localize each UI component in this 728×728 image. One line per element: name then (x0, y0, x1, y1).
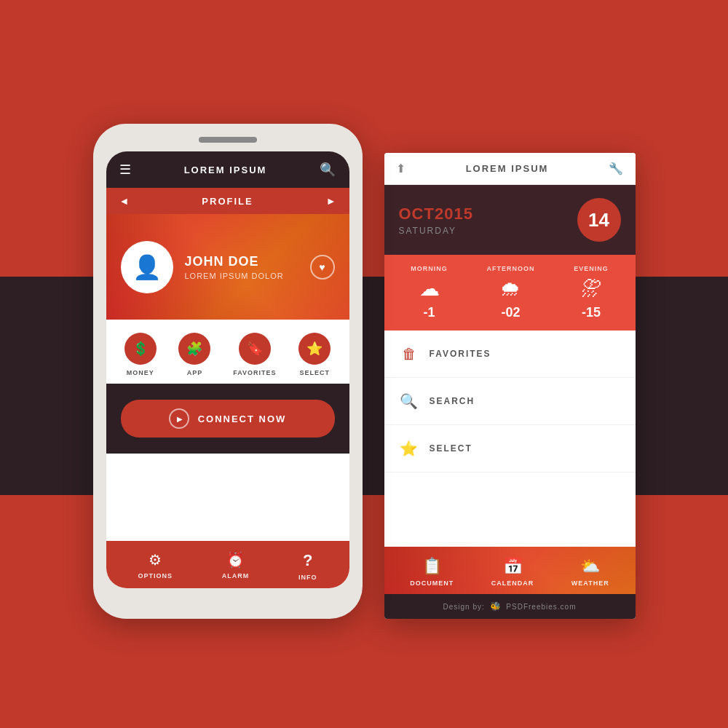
phone1-header-title: LOREM IPSUM (184, 165, 267, 175)
trash-icon: 🗑 (402, 346, 416, 363)
alarm-icon: ⏰ (226, 551, 245, 569)
connect-section: ▶ CONNECT NOW (106, 384, 349, 454)
heart-icon: ♥ (319, 261, 325, 273)
avatar: 👤 (121, 241, 173, 293)
person-icon: 👤 (132, 253, 162, 281)
search-icon[interactable]: 🔍 (320, 162, 336, 178)
evening-temp: -15 (582, 305, 601, 320)
nav-info-label: INFO (298, 574, 317, 581)
tab-weather[interactable]: ⛅ WEATHER (571, 557, 609, 587)
morning-label: MORNING (411, 265, 448, 272)
play-icon: ▶ (177, 415, 183, 423)
share-icon[interactable]: ⬆ (396, 162, 405, 175)
morning-temp: -1 (424, 305, 435, 320)
nav-options-label: OPTIONS (138, 572, 173, 579)
tab-document[interactable]: 📋 DOCUMENT (410, 557, 454, 587)
select-icon-circle: ⭐ (298, 333, 331, 365)
star-icon-box: ⭐ (396, 435, 422, 462)
footer-text: Design by: 🐝 PSDFreebies.com (443, 601, 577, 612)
footer-design-by: Design by: (443, 603, 485, 611)
phone1-bottom-nav: ⚙ OPTIONS ⏰ ALARM ? INFO (106, 541, 349, 588)
document-icon: 📋 (422, 557, 442, 576)
connect-now-button[interactable]: ▶ CONNECT NOW (121, 400, 335, 438)
wrench-icon[interactable]: 🔧 (609, 162, 623, 175)
afternoon-label: AFTERNOON (486, 265, 534, 272)
date-info: OCT2015 SATURDAY (399, 205, 473, 236)
calendar-icon: 📅 (503, 557, 523, 576)
right-arrow-icon[interactable]: ► (326, 195, 336, 207)
action-select[interactable]: ⭐ SELECT (298, 333, 331, 376)
search-icon: 🔍 (400, 392, 418, 410)
action-money[interactable]: 💲 MONEY (124, 333, 157, 376)
day-number: 14 (577, 198, 621, 242)
profile-subtitle: LOREM IPSUM DOLOR (185, 272, 310, 280)
action-app-label: APP (187, 369, 203, 376)
p2-footer: Design by: 🐝 PSDFreebies.com (384, 594, 636, 619)
p2-bottom-tabs: 📋 DOCUMENT 📅 CALENDAR ⛅ WEATHER (384, 547, 636, 594)
heart-button[interactable]: ♥ (310, 255, 335, 280)
p2-date-section: OCT2015 SATURDAY 14 (384, 185, 636, 255)
star-icon: ⭐ (306, 341, 323, 357)
storm-icon: ⛈ (581, 277, 601, 301)
tab-document-label: DOCUMENT (410, 579, 454, 587)
nav-info[interactable]: ? INFO (298, 551, 317, 581)
tab-weather-label: WEATHER (571, 579, 609, 587)
p2-header: ⬆ LOREM IPSUM 🔧 (384, 153, 636, 185)
trash-icon-box: 🗑 (396, 341, 422, 367)
money-icon-circle: 💲 (124, 333, 157, 365)
phone2: ⬆ LOREM IPSUM 🔧 OCT2015 SATURDAY 14 MORN… (384, 153, 636, 619)
rain-icon: 🌧 (500, 277, 521, 301)
info-icon: ? (303, 551, 312, 570)
menu-search[interactable]: 🔍 SEARCH (384, 378, 636, 425)
p2-menu: 🗑 FAVORITES 🔍 SEARCH ⭐ SELECT (384, 331, 636, 472)
nav-alarm[interactable]: ⏰ ALARM (222, 551, 250, 581)
menu-favorites[interactable]: 🗑 FAVORITES (384, 331, 636, 378)
phone1: ☰ LOREM IPSUM 🔍 ◄ PROFILE ► 👤 JOHN DOE L… (93, 124, 363, 619)
bookmark-icon: 🔖 (247, 341, 263, 357)
action-app[interactable]: 🧩 APP (178, 333, 210, 376)
profile-nav-label: PROFILE (202, 196, 253, 207)
tab-calendar-label: CALENDAR (491, 579, 534, 587)
menu-icon[interactable]: ☰ (119, 162, 131, 178)
day-name: SATURDAY (399, 226, 473, 236)
app-icon-circle: 🧩 (178, 333, 210, 365)
tab-calendar[interactable]: 📅 CALENDAR (491, 557, 534, 587)
action-favorites-label: FAVORITES (233, 369, 276, 376)
action-money-label: MONEY (127, 369, 154, 376)
phone-notch (199, 137, 257, 143)
play-icon-circle: ▶ (169, 408, 189, 429)
bee-icon: 🐝 (490, 601, 502, 612)
star-menu-icon: ⭐ (400, 440, 418, 457)
action-favorites[interactable]: 🔖 FAVORITES (233, 333, 276, 376)
footer-site: PSDFreebies.com (506, 603, 576, 611)
profile-name: JOHN DOE (185, 254, 310, 269)
nav-options[interactable]: ⚙ OPTIONS (138, 551, 173, 581)
weather-afternoon: AFTERNOON 🌧 -02 (486, 265, 534, 320)
weather-morning: MORNING ☁ -1 (411, 265, 448, 320)
settings-icon: ⚙ (149, 551, 162, 569)
menu-favorites-label: FAVORITES (430, 349, 491, 359)
weather-evening: EVENING ⛈ -15 (574, 265, 609, 320)
quick-actions: 💲 MONEY 🧩 APP 🔖 FAVORITES (106, 320, 349, 384)
left-arrow-icon[interactable]: ◄ (119, 195, 130, 207)
phone1-screen: ☰ LOREM IPSUM 🔍 ◄ PROFILE ► 👤 JOHN DOE L… (106, 151, 349, 588)
p2-weather-section: MORNING ☁ -1 AFTERNOON 🌧 -02 EVENING ⛈ -… (384, 255, 636, 331)
action-select-label: SELECT (299, 369, 330, 376)
favorites-icon-circle: 🔖 (239, 333, 271, 365)
afternoon-temp: -02 (501, 305, 520, 320)
puzzle-icon: 🧩 (186, 341, 202, 357)
nav-alarm-label: ALARM (222, 572, 250, 579)
menu-search-label: SEARCH (430, 396, 475, 406)
profile-nav: ◄ PROFILE ► (106, 188, 349, 214)
weather-tab-icon: ⛅ (580, 557, 600, 576)
search-icon-box: 🔍 (396, 388, 422, 414)
phone1-header: ☰ LOREM IPSUM 🔍 (106, 151, 349, 188)
profile-banner: 👤 JOHN DOE LOREM IPSUM DOLOR ♥ (106, 214, 349, 320)
month-year: OCT2015 (399, 205, 473, 223)
cloud-icon: ☁ (419, 277, 440, 301)
menu-select-label: SELECT (430, 443, 472, 454)
menu-select[interactable]: ⭐ SELECT (384, 425, 636, 472)
connect-now-label: CONNECT NOW (198, 414, 287, 424)
p2-header-title: LOREM IPSUM (466, 163, 549, 174)
phones-container: ☰ LOREM IPSUM 🔍 ◄ PROFILE ► 👤 JOHN DOE L… (93, 124, 636, 619)
